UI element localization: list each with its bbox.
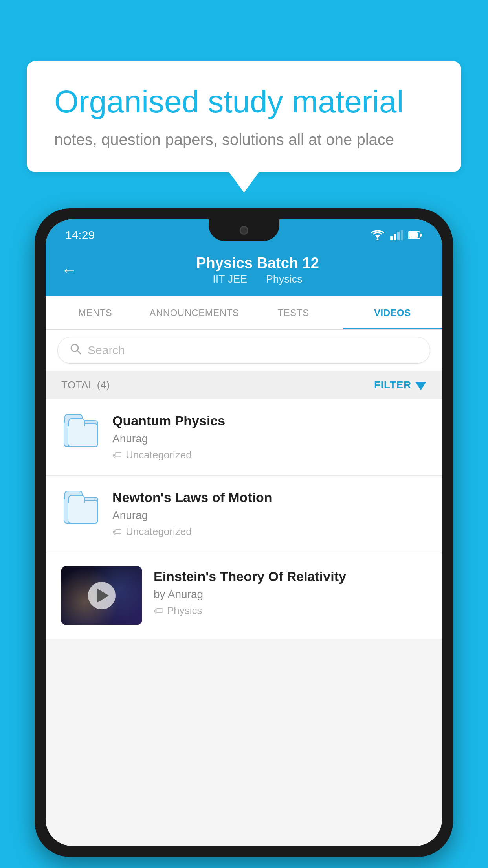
phone-screen: 14:29 bbox=[46, 219, 442, 846]
phone-notch bbox=[209, 219, 279, 241]
video-title-quantum: Quantum Physics bbox=[112, 413, 426, 428]
folder-front-newton bbox=[68, 500, 98, 524]
video-item-quantum[interactable]: Quantum Physics Anurag 🏷 Uncategorized bbox=[46, 399, 442, 476]
svg-rect-5 bbox=[401, 230, 403, 240]
hero-title: Organised study material bbox=[54, 85, 434, 119]
video-tag-einstein: 🏷 Physics bbox=[154, 605, 426, 617]
tag-icon-newton: 🏷 bbox=[112, 526, 122, 537]
folder-front bbox=[68, 423, 98, 447]
tag-label-quantum: Uncategorized bbox=[126, 449, 192, 461]
video-list: Quantum Physics Anurag 🏷 Uncategorized bbox=[46, 399, 442, 639]
einstein-thumbnail bbox=[61, 566, 142, 625]
filter-bar: TOTAL (4) FILTER bbox=[46, 371, 442, 399]
play-button-einstein[interactable] bbox=[88, 582, 116, 609]
battery-icon bbox=[408, 231, 422, 239]
phone-frame: 14:29 bbox=[35, 208, 453, 857]
app-header: ← Physics Batch 12 IIT JEE Physics bbox=[46, 247, 442, 296]
tag-label-einstein: Physics bbox=[167, 605, 202, 617]
search-icon bbox=[70, 343, 81, 358]
video-info-quantum: Quantum Physics Anurag 🏷 Uncategorized bbox=[112, 413, 426, 461]
video-item-einstein[interactable]: Einstein's Theory Of Relativity by Anura… bbox=[46, 552, 442, 639]
svg-rect-3 bbox=[394, 234, 396, 240]
svg-line-10 bbox=[77, 351, 81, 354]
header-sub2: Physics bbox=[266, 273, 303, 285]
header-subtitle: IIT JEE Physics bbox=[89, 273, 426, 285]
tabs-bar: MENTS ANNOUNCEMENTS TESTS VIDEOS bbox=[46, 296, 442, 330]
filter-button[interactable]: FILTER bbox=[374, 379, 426, 391]
svg-rect-7 bbox=[420, 234, 422, 237]
einstein-info: Einstein's Theory Of Relativity by Anura… bbox=[154, 566, 426, 617]
tab-videos[interactable]: VIDEOS bbox=[343, 296, 442, 329]
folder-icon-quantum bbox=[64, 416, 98, 447]
video-title-newton: Newton's Laws of Motion bbox=[112, 490, 426, 505]
svg-rect-2 bbox=[390, 236, 393, 240]
header-title-block: Physics Batch 12 IIT JEE Physics bbox=[89, 255, 426, 285]
svg-rect-8 bbox=[409, 232, 418, 238]
header-sub1: IIT JEE bbox=[213, 273, 247, 285]
video-author-einstein: by Anurag bbox=[154, 588, 426, 601]
header-main-title: Physics Batch 12 bbox=[89, 255, 426, 272]
video-tag-quantum: 🏷 Uncategorized bbox=[112, 449, 426, 461]
video-thumb-newton bbox=[61, 492, 101, 524]
tab-ments[interactable]: MENTS bbox=[46, 296, 145, 329]
svg-point-1 bbox=[377, 239, 379, 241]
svg-rect-4 bbox=[397, 232, 400, 240]
hero-card: Organised study material notes, question… bbox=[27, 61, 461, 172]
play-triangle-icon bbox=[97, 588, 109, 603]
front-camera bbox=[240, 226, 248, 235]
status-icons bbox=[371, 230, 422, 240]
video-item-newton[interactable]: Newton's Laws of Motion Anurag 🏷 Uncateg… bbox=[46, 476, 442, 552]
svg-marker-0 bbox=[375, 235, 380, 239]
total-label: TOTAL (4) bbox=[61, 379, 110, 391]
video-author-quantum: Anurag bbox=[112, 432, 426, 445]
video-thumb-quantum bbox=[61, 416, 101, 447]
wifi-icon bbox=[371, 230, 385, 240]
tab-tests[interactable]: TESTS bbox=[244, 296, 343, 329]
filter-icon bbox=[415, 382, 426, 390]
tag-label-newton: Uncategorized bbox=[126, 526, 192, 538]
back-button[interactable]: ← bbox=[61, 262, 77, 278]
status-time: 14:29 bbox=[65, 228, 95, 242]
tag-icon-einstein: 🏷 bbox=[154, 605, 163, 616]
search-placeholder: Search bbox=[88, 344, 125, 357]
phone-outer: 14:29 bbox=[35, 208, 453, 857]
signal-icon bbox=[390, 230, 403, 240]
video-tag-newton: 🏷 Uncategorized bbox=[112, 526, 426, 538]
video-info-newton: Newton's Laws of Motion Anurag 🏷 Uncateg… bbox=[112, 490, 426, 538]
search-bar-container: Search bbox=[46, 330, 442, 371]
folder-icon-newton bbox=[64, 492, 98, 524]
tab-announcements[interactable]: ANNOUNCEMENTS bbox=[145, 296, 244, 329]
filter-label: FILTER bbox=[374, 379, 411, 391]
video-title-einstein: Einstein's Theory Of Relativity bbox=[154, 569, 426, 584]
video-author-newton: Anurag bbox=[112, 509, 426, 522]
tag-icon-quantum: 🏷 bbox=[112, 450, 122, 461]
search-input-wrap[interactable]: Search bbox=[57, 337, 430, 364]
hero-subtitle: notes, question papers, solutions all at… bbox=[54, 131, 434, 149]
